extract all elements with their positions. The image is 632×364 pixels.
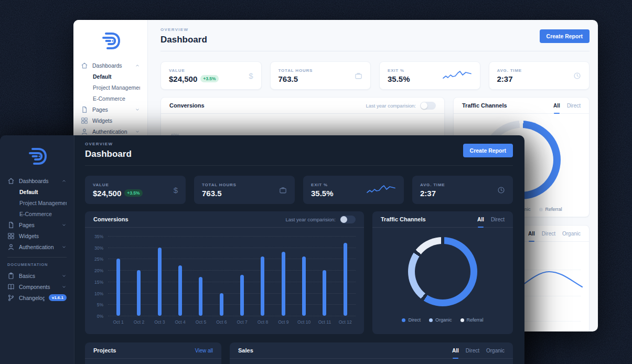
projects-card: Projects View all bbox=[85, 342, 221, 364]
page-eyebrow: OVERVIEW bbox=[160, 27, 207, 32]
donut-hole bbox=[415, 244, 470, 299]
sidebar-item-dashboards[interactable]: Dashboards bbox=[0, 175, 74, 186]
bar-slot bbox=[211, 236, 232, 316]
create-report-button[interactable]: Create Report bbox=[540, 29, 590, 43]
sidebar-item-widgets[interactable]: Widgets bbox=[73, 115, 147, 126]
stat-value-row: 35.5% bbox=[311, 189, 334, 198]
bar bbox=[302, 256, 306, 316]
clock-icon bbox=[573, 72, 581, 80]
tab-all[interactable]: All bbox=[553, 98, 560, 113]
bar bbox=[158, 248, 162, 316]
x-tick-label: Oct 3 bbox=[149, 319, 170, 325]
y-tick-label: 5% bbox=[97, 302, 103, 307]
sidebar-item-label: Changelog bbox=[19, 295, 45, 301]
stat-label: TOTAL HOURS bbox=[202, 183, 237, 187]
y-tick-label: 20% bbox=[94, 268, 103, 273]
legend-label: Direct bbox=[408, 317, 421, 323]
tab-direct[interactable]: Direct bbox=[567, 98, 581, 113]
bar-chart-plot: 35%30%25%20%15%10%5%0% bbox=[108, 236, 356, 316]
bar-slot bbox=[252, 236, 273, 316]
stat-label: VALUE bbox=[169, 68, 219, 73]
x-tick-label: Oct 12 bbox=[335, 319, 356, 325]
stat-label: AVG. TIME bbox=[497, 68, 522, 73]
tab-all[interactable]: All bbox=[528, 226, 535, 241]
sidebar-item-widgets[interactable]: Widgets bbox=[0, 230, 74, 241]
user-icon bbox=[7, 243, 15, 251]
home-icon bbox=[81, 62, 88, 69]
stat-label: EXIT % bbox=[388, 68, 410, 73]
tab-organic[interactable]: Organic bbox=[562, 226, 581, 241]
tab-all[interactable]: All bbox=[452, 342, 459, 358]
bar bbox=[282, 252, 285, 316]
stat-text: AVG. TIME2:37 bbox=[420, 183, 445, 198]
comparison-toggle[interactable] bbox=[420, 102, 436, 110]
sidebar-item-components[interactable]: Components bbox=[0, 281, 74, 292]
stat-value-row: 2:37 bbox=[497, 74, 522, 83]
sidebar-item-label: Authentication bbox=[19, 244, 57, 250]
tab-direct[interactable]: Direct bbox=[542, 226, 555, 241]
sidebar-item-label: Pages bbox=[19, 222, 57, 228]
stat-text: TOTAL HOURS763.5 bbox=[278, 68, 313, 83]
stat-card-avg-time: AVG. TIME2:37 bbox=[412, 176, 513, 204]
comparison-toggle[interactable] bbox=[340, 216, 356, 223]
legend-dot bbox=[539, 208, 543, 211]
legend-dot bbox=[429, 318, 433, 322]
bar-slot bbox=[294, 236, 314, 316]
chevron-down-icon bbox=[135, 107, 140, 112]
sidebar-item-project-management[interactable]: Project Management bbox=[0, 197, 74, 208]
sidebar-item-basics[interactable]: Basics bbox=[0, 270, 74, 281]
version-badge: v1.6.1 bbox=[49, 294, 67, 301]
home-icon bbox=[7, 177, 15, 185]
stat-label: VALUE bbox=[93, 183, 143, 187]
sidebar-item-authentication[interactable]: Authentication bbox=[0, 241, 74, 252]
tab-organic[interactable]: Organic bbox=[486, 342, 505, 358]
sidebar-item-dashboards[interactable]: Dashboards bbox=[73, 60, 147, 71]
bar-slot bbox=[170, 236, 190, 316]
sidebar-item-project-management[interactable]: Project Management bbox=[73, 82, 147, 93]
conversions-title: Conversions bbox=[93, 216, 128, 222]
x-tick-label: Oct 9 bbox=[273, 319, 294, 325]
view-all-link[interactable]: View all bbox=[195, 348, 213, 354]
x-tick-label: Oct 5 bbox=[190, 319, 211, 325]
tab-all[interactable]: All bbox=[477, 211, 484, 227]
sidebar-item-changelog[interactable]: Changelogv1.6.1 bbox=[0, 292, 74, 303]
bar bbox=[116, 259, 120, 316]
stat-text: EXIT %35.5% bbox=[388, 68, 410, 83]
dark-sidebar: DashboardsDefaultProject ManagementE-Com… bbox=[0, 135, 74, 364]
sales-title: Sales bbox=[238, 347, 253, 354]
x-tick-label: Oct 10 bbox=[294, 319, 314, 325]
toggle-knob bbox=[421, 102, 427, 109]
legend-dot bbox=[460, 318, 464, 322]
sidebar-item-e-commerce[interactable]: E-Commerce bbox=[73, 93, 147, 104]
dark-main-area: OVERVIEW Dashboard Create Report VALUE$2… bbox=[74, 135, 524, 364]
sidebar-item-pages[interactable]: Pages bbox=[73, 104, 147, 115]
file-icon bbox=[81, 106, 88, 113]
sidebar-item-label: Default bbox=[19, 189, 67, 195]
tab-direct[interactable]: Direct bbox=[466, 342, 479, 358]
x-tick-label: Oct 8 bbox=[252, 319, 273, 325]
tab-direct[interactable]: Direct bbox=[491, 211, 505, 227]
stat-value: 763.5 bbox=[202, 189, 222, 198]
page-header: OVERVIEW Dashboard Create Report bbox=[160, 27, 590, 45]
sidebar-section-label: DOCUMENTATION bbox=[7, 262, 67, 267]
sidebar-item-e-commerce[interactable]: E-Commerce bbox=[0, 208, 74, 219]
bar-slot bbox=[335, 236, 356, 316]
stat-value: 35.5% bbox=[311, 189, 334, 198]
sidebar-item-pages[interactable]: Pages bbox=[0, 219, 74, 230]
y-tick-label: 25% bbox=[94, 256, 103, 262]
sidebar-item-default[interactable]: Default bbox=[0, 186, 74, 197]
sidebar-item-default[interactable]: Default bbox=[73, 71, 147, 82]
stat-card-value: VALUE$24,500+3.5%$ bbox=[160, 61, 262, 90]
stat-label: EXIT % bbox=[311, 183, 334, 187]
stat-label: AVG. TIME bbox=[420, 183, 445, 187]
brand-logo bbox=[0, 146, 74, 167]
chevron-down-icon bbox=[135, 129, 140, 134]
chevron-down-icon bbox=[61, 244, 67, 250]
y-tick-label: 10% bbox=[94, 291, 103, 296]
sparkline-icon bbox=[443, 70, 472, 81]
toggle-knob bbox=[340, 216, 347, 223]
stat-card-avg-time: AVG. TIME2:37 bbox=[489, 61, 590, 90]
bar-slot bbox=[273, 236, 294, 316]
create-report-button[interactable]: Create Report bbox=[463, 144, 513, 157]
book-icon bbox=[7, 283, 15, 291]
